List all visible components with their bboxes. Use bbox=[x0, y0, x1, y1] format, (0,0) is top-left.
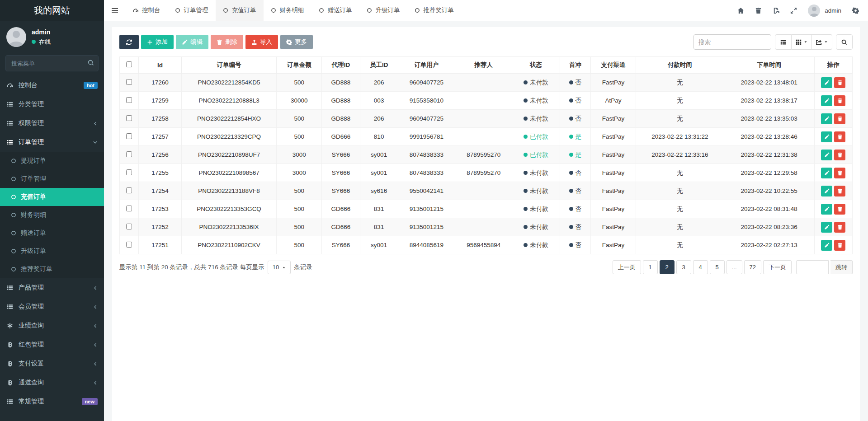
cell-order_user: 9135001215 bbox=[398, 200, 455, 218]
hamburger-icon[interactable] bbox=[104, 0, 126, 21]
tab-referral-orders[interactable]: 推荐奖订单 bbox=[407, 0, 462, 21]
tab-gift-orders[interactable]: 赠送订单 bbox=[311, 0, 359, 21]
tab-finance-details[interactable]: 财务明细 bbox=[264, 0, 311, 21]
sidebar-item-permission-management[interactable]: 权限管理 bbox=[0, 114, 104, 133]
delete-row-button[interactable] bbox=[834, 131, 845, 142]
fullscreen-icon[interactable] bbox=[790, 7, 797, 14]
sidebar-item-finance-details[interactable]: 财务明细 bbox=[0, 206, 104, 224]
pagination-page-2[interactable]: 2 bbox=[660, 260, 675, 274]
toggle-view-button[interactable] bbox=[775, 34, 792, 50]
list-icon bbox=[6, 101, 14, 108]
sidebar-item-recharge-orders[interactable]: 充值订单 bbox=[0, 188, 104, 206]
delete-row-button[interactable] bbox=[834, 222, 845, 233]
pagination-page-4[interactable]: 4 bbox=[693, 260, 708, 274]
sidebar-item-product-management[interactable]: 产品管理 bbox=[0, 278, 104, 297]
row-checkbox[interactable] bbox=[126, 79, 132, 85]
cell-order_time: 2023-02-22 08:31:48 bbox=[724, 200, 814, 218]
sidebar-item-order-management-sub[interactable]: 订单管理 bbox=[0, 170, 104, 188]
cell-order_no: PNO23022212854KD5 bbox=[181, 74, 277, 92]
pagination-prev[interactable]: 上一页 bbox=[613, 260, 641, 274]
settings-cogs-icon[interactable] bbox=[852, 7, 859, 14]
import-button[interactable]: 导入 bbox=[245, 35, 278, 49]
select-all-checkbox[interactable] bbox=[126, 61, 132, 67]
cell-agent_id: SY666 bbox=[322, 146, 360, 164]
refresh-page-icon[interactable] bbox=[773, 7, 779, 14]
navbar-user-label[interactable]: admin bbox=[825, 7, 841, 14]
navbar-avatar[interactable] bbox=[808, 5, 820, 17]
delete-row-button[interactable] bbox=[834, 77, 845, 88]
tab-recharge-orders[interactable]: 充值订单 bbox=[216, 0, 264, 21]
delete-row-button[interactable] bbox=[834, 113, 845, 124]
row-checkbox[interactable] bbox=[126, 242, 132, 248]
edit-row-button[interactable] bbox=[821, 131, 832, 142]
sidebar-item-performance-query[interactable]: 业绩查询 bbox=[0, 316, 104, 335]
edit-button[interactable]: 编辑 bbox=[176, 35, 208, 49]
table-search-input[interactable] bbox=[693, 34, 771, 50]
search-icon[interactable] bbox=[88, 60, 94, 67]
tab-upgrade-orders[interactable]: 升级订单 bbox=[359, 0, 407, 21]
sidebar-item-dashboard[interactable]: 控制台hot bbox=[0, 76, 104, 95]
cell-first-charge: 否 bbox=[560, 182, 590, 200]
delete-row-button[interactable] bbox=[834, 240, 845, 251]
edit-row-button[interactable] bbox=[821, 168, 832, 178]
sidebar-item-gift-orders[interactable]: 赠送订单 bbox=[0, 224, 104, 242]
delete-button[interactable]: 删除 bbox=[211, 35, 243, 49]
jump-button[interactable]: 跳转 bbox=[830, 260, 853, 274]
refresh-button[interactable] bbox=[119, 35, 139, 49]
sidebar-item-redpacket-management[interactable]: 红包管理 bbox=[0, 335, 104, 354]
edit-row-button[interactable] bbox=[821, 95, 832, 106]
row-checkbox[interactable] bbox=[126, 206, 132, 211]
sidebar-item-order-management[interactable]: 订单管理 bbox=[0, 133, 104, 152]
sidebar-item-member-management[interactable]: 会员管理 bbox=[0, 297, 104, 316]
row-checkbox[interactable] bbox=[126, 133, 132, 139]
pagination-page-5[interactable]: 5 bbox=[710, 260, 725, 274]
columns-button[interactable] bbox=[792, 34, 812, 50]
edit-row-button[interactable] bbox=[821, 240, 832, 251]
sidebar-item-payment-settings[interactable]: 支付设置 bbox=[0, 354, 104, 373]
sidebar-search-input[interactable] bbox=[5, 55, 99, 71]
pagination-page-3[interactable]: 3 bbox=[676, 260, 691, 274]
row-checkbox[interactable] bbox=[126, 115, 132, 121]
sidebar-item-category-management[interactable]: 分类管理 bbox=[0, 95, 104, 114]
edit-row-button[interactable] bbox=[821, 113, 832, 124]
first-charge-label: 否 bbox=[576, 79, 582, 87]
delete-row-button[interactable] bbox=[834, 204, 845, 215]
export-button[interactable] bbox=[812, 34, 832, 50]
pagination-page-1[interactable]: 1 bbox=[643, 260, 658, 274]
row-checkbox[interactable] bbox=[126, 97, 132, 103]
sidebar-item-referral-orders[interactable]: 推荐奖订单 bbox=[0, 260, 104, 278]
trash-icon[interactable] bbox=[755, 7, 762, 14]
edit-row-button[interactable] bbox=[821, 204, 832, 215]
edit-row-button[interactable] bbox=[821, 186, 832, 196]
add-button[interactable]: 添加 bbox=[141, 35, 174, 49]
row-checkbox[interactable] bbox=[126, 151, 132, 157]
tab-order-management[interactable]: 订单管理 bbox=[168, 0, 216, 21]
delete-row-button[interactable] bbox=[834, 168, 845, 178]
tab-dashboard[interactable]: 控制台 bbox=[126, 0, 168, 21]
jump-page-input[interactable] bbox=[796, 260, 829, 274]
delete-row-button[interactable] bbox=[834, 186, 845, 196]
sidebar-item-withdraw-orders[interactable]: 提现订单 bbox=[0, 152, 104, 170]
cell-pay_time: 无 bbox=[636, 236, 724, 254]
page-size-select[interactable]: 10 bbox=[268, 261, 291, 274]
pagination-page-72[interactable]: 72 bbox=[744, 260, 761, 274]
more-button[interactable]: 更多 bbox=[280, 35, 313, 49]
delete-row-button[interactable] bbox=[834, 150, 845, 160]
home-icon[interactable] bbox=[737, 7, 744, 14]
row-checkbox[interactable] bbox=[126, 169, 132, 175]
edit-row-button[interactable] bbox=[821, 222, 832, 233]
sidebar-item-general-management[interactable]: 常规管理new bbox=[0, 392, 104, 411]
row-checkbox[interactable] bbox=[126, 224, 132, 229]
cell-agent_id: GD888 bbox=[322, 92, 360, 110]
edit-row-button[interactable] bbox=[821, 150, 832, 160]
pagination-next[interactable]: 下一页 bbox=[763, 260, 792, 274]
row-checkbox[interactable] bbox=[126, 187, 132, 193]
cell-order_no: PNO23022213353GCQ bbox=[181, 200, 277, 218]
cell-order_user: 9155358010 bbox=[398, 92, 455, 110]
search-button[interactable] bbox=[836, 34, 853, 50]
edit-row-button[interactable] bbox=[821, 77, 832, 88]
sidebar-item-channel-query[interactable]: 通道查询 bbox=[0, 373, 104, 392]
sidebar-item-upgrade-orders[interactable]: 升级订单 bbox=[0, 242, 104, 260]
tab-label: 订单管理 bbox=[184, 6, 208, 14]
delete-row-button[interactable] bbox=[834, 95, 845, 106]
